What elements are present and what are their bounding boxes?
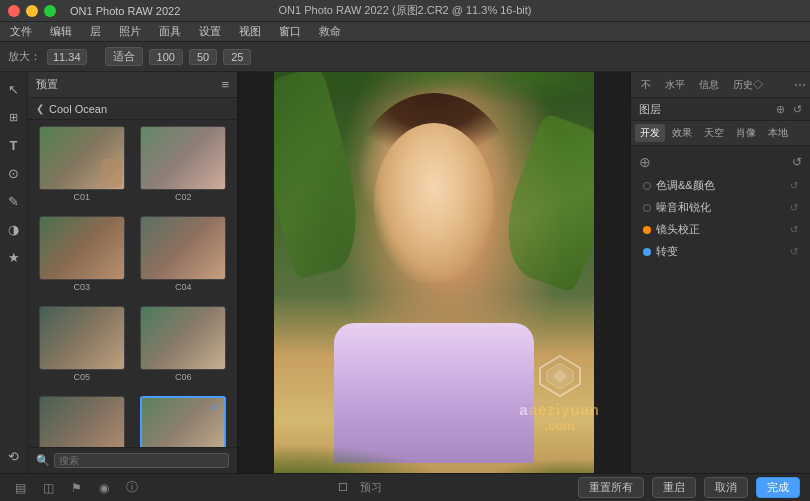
minimize-button[interactable] xyxy=(26,5,38,17)
preview-checkbox[interactable]: ☐ xyxy=(338,481,348,494)
filter-icon[interactable]: ≡ xyxy=(221,77,229,92)
layer-item-noise[interactable]: 噪音和锐化 ↺ xyxy=(635,197,806,218)
preset-folder-name: Cool Ocean xyxy=(49,103,107,115)
preset-thumb-c01 xyxy=(39,126,125,190)
add-layer-icon[interactable]: ⊕ xyxy=(776,103,785,116)
preset-row-4: C07 ✓ C08 xyxy=(34,396,231,447)
preset-item-c08[interactable]: ✓ C08 xyxy=(136,396,232,447)
search-input[interactable] xyxy=(54,453,229,468)
right-panel: 不 水平 信息 历史◇ ⋯ 图层 ⊕ ↺ 开发 效果 天空 肖像 本地 ⊕ xyxy=(630,72,810,473)
zoom-value[interactable]: 11.34 xyxy=(47,49,87,65)
layers-header: 图层 ⊕ ↺ xyxy=(631,98,810,120)
preset-item-c03[interactable]: C03 xyxy=(34,216,130,292)
preset-item-c01[interactable]: C01 xyxy=(34,126,130,202)
app-title: ON1 Photo RAW 2022 xyxy=(70,5,180,17)
bottom-bar: ▤ ◫ ⚑ ◉ ⓘ ☐ 预习 重置所有 重启 取消 完成 xyxy=(0,473,810,501)
tab-shuiping[interactable]: 水平 xyxy=(659,76,691,94)
layer-item-transform[interactable]: 转变 ↺ xyxy=(635,241,806,262)
tool-crop[interactable]: ⊞ xyxy=(3,106,25,128)
tool-select[interactable]: ↖ xyxy=(3,78,25,100)
layers-add-icon[interactable]: ⊕ xyxy=(639,154,651,170)
preset-item-c02[interactable]: C02 xyxy=(136,126,232,202)
layer-reset-icon4: ↺ xyxy=(790,246,798,257)
left-toolbar: ↖ ⊞ T ⊙ ✎ ◑ ★ ⟲ xyxy=(0,72,28,473)
layers-tab-local[interactable]: 本地 xyxy=(763,124,793,142)
layer-name-transform: 转变 xyxy=(656,244,785,259)
tab-bu[interactable]: 不 xyxy=(635,76,657,94)
preset-item-c06[interactable]: C06 xyxy=(136,306,232,382)
layers-title: 图层 xyxy=(639,102,661,117)
zoom100-button[interactable]: 100 xyxy=(149,49,183,65)
photo-container xyxy=(274,72,594,473)
done-button[interactable]: 完成 xyxy=(756,477,800,498)
tool-gradient[interactable]: ◑ xyxy=(3,218,25,240)
menu-file[interactable]: 文件 xyxy=(6,24,36,39)
menu-view[interactable]: 视图 xyxy=(235,24,265,39)
main-content: ↖ ⊞ T ⊙ ✎ ◑ ★ ⟲ 预置 ≡ ❮ Cool Ocean xyxy=(0,72,810,473)
maximize-button[interactable] xyxy=(44,5,56,17)
preset-folder[interactable]: ❮ Cool Ocean xyxy=(28,98,237,120)
preset-thumb-c02 xyxy=(140,126,226,190)
preset-thumb-c05 xyxy=(39,306,125,370)
menu-settings[interactable]: 设置 xyxy=(195,24,225,39)
preview-label: 预习 xyxy=(360,480,382,495)
folder-arrow-icon: ❮ xyxy=(36,103,44,114)
layer-reset-icon3: ↺ xyxy=(790,224,798,235)
checkmark-icon: ✓ xyxy=(210,400,220,414)
menu-mask[interactable]: 面具 xyxy=(155,24,185,39)
right-panel-icon[interactable]: ⋯ xyxy=(794,78,806,92)
tool-star[interactable]: ★ xyxy=(3,246,25,268)
preset-search-bar: 🔍 xyxy=(28,447,237,473)
menu-window[interactable]: 窗口 xyxy=(275,24,305,39)
close-button[interactable] xyxy=(8,5,20,17)
tool-share[interactable]: ⟲ xyxy=(3,445,25,467)
search-icon: 🔍 xyxy=(36,454,50,467)
icon-circle[interactable]: ◉ xyxy=(94,478,114,498)
fit-button[interactable]: 适合 xyxy=(105,47,143,66)
menu-photo[interactable]: 照片 xyxy=(115,24,145,39)
preset-thumb-c07 xyxy=(39,396,125,447)
menu-edit[interactable]: 编辑 xyxy=(46,24,76,39)
icon-compare[interactable]: ◫ xyxy=(38,478,58,498)
layers-tab-effects[interactable]: 效果 xyxy=(667,124,697,142)
zoom25-button[interactable]: 25 xyxy=(223,49,251,65)
preset-item-c04[interactable]: C04 xyxy=(136,216,232,292)
canvas-area: aaeziyuan .com xyxy=(238,72,630,473)
cancel-button[interactable]: 取消 xyxy=(704,477,748,498)
layer-item-lens[interactable]: 镜头校正 ↺ xyxy=(635,219,806,240)
layers-tab-portrait[interactable]: 肖像 xyxy=(731,124,761,142)
menu-layer[interactable]: 层 xyxy=(86,24,105,39)
layer-dot-noise xyxy=(643,204,651,212)
tool-brush[interactable]: ✎ xyxy=(3,190,25,212)
tool-text[interactable]: T xyxy=(3,134,25,156)
zoom50-button[interactable]: 50 xyxy=(189,49,217,65)
menu-help[interactable]: 救命 xyxy=(315,24,345,39)
tool-heal[interactable]: ⊙ xyxy=(3,162,25,184)
tab-xinxi[interactable]: 信息 xyxy=(693,76,725,94)
tab-lishi[interactable]: 历史◇ xyxy=(727,76,769,94)
layers-content: ⊕ ↺ 色调&&颜色 ↺ 噪音和锐化 ↺ 镜头校正 ↺ xyxy=(631,146,810,473)
right-top-tabs: 不 水平 信息 历史◇ ⋯ xyxy=(631,72,810,98)
toolbar: 放大： 11.34 适合 100 50 25 xyxy=(0,42,810,72)
layer-item-tone-color[interactable]: 色调&&颜色 ↺ xyxy=(635,175,806,196)
layer-name-lens: 镜头校正 xyxy=(656,222,785,237)
left-panel: 预置 ≡ ❮ Cool Ocean C01 xyxy=(28,72,238,473)
preset-name-c05: C05 xyxy=(73,372,90,382)
preset-row-3: C05 C06 xyxy=(34,306,231,382)
icon-layers[interactable]: ▤ xyxy=(10,478,30,498)
layers-tab-sky[interactable]: 天空 xyxy=(699,124,729,142)
preset-item-c07[interactable]: C07 xyxy=(34,396,130,447)
preset-name-c03: C03 xyxy=(73,282,90,292)
preset-thumb-c08: ✓ xyxy=(140,396,226,447)
preset-item-c05[interactable]: C05 xyxy=(34,306,130,382)
reset-all-button[interactable]: 重置所有 xyxy=(578,477,644,498)
icon-info[interactable]: ⓘ xyxy=(122,478,142,498)
layers-reset-icon[interactable]: ↺ xyxy=(792,155,802,169)
reset-layer-icon[interactable]: ↺ xyxy=(793,103,802,116)
icon-flag[interactable]: ⚑ xyxy=(66,478,86,498)
preset-thumb-c03 xyxy=(39,216,125,280)
layers-tab-develop[interactable]: 开发 xyxy=(635,124,665,142)
preset-row-2: C03 C04 xyxy=(34,216,231,292)
redo-button[interactable]: 重启 xyxy=(652,477,696,498)
menu-bar: 文件 编辑 层 照片 面具 设置 视图 窗口 救命 xyxy=(0,22,810,42)
